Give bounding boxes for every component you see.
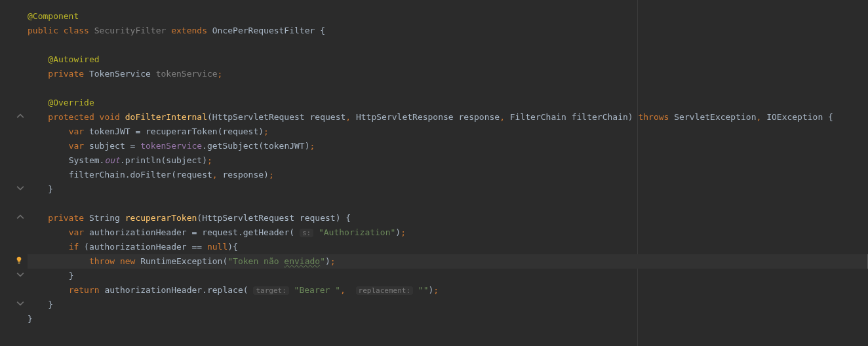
- param-hint: target:: [253, 286, 288, 295]
- annotation: @Component: [28, 11, 79, 21]
- intention-bulb-icon[interactable]: [14, 256, 24, 265]
- code-line: var tokenJWT = recuperarToken(request);: [28, 125, 868, 139]
- typo-warning: enviado: [284, 256, 320, 266]
- code-line: }: [28, 182, 868, 197]
- code-line: @Override: [28, 96, 868, 110]
- gutter: [0, 0, 28, 346]
- code-line: var subject = tokenService.getSubject(to…: [28, 139, 868, 153]
- fold-open-icon[interactable]: [16, 212, 25, 221]
- code-line: @Autowired: [28, 52, 868, 67]
- fold-close-icon[interactable]: [16, 299, 25, 308]
- code-line: }: [28, 298, 868, 312]
- code-line: private TokenService tokenService;: [28, 67, 868, 81]
- param-hint: s:: [300, 229, 313, 237]
- code-line: public class SecurityFilter extends Once…: [28, 24, 868, 38]
- code-line: var authorizationHeader = request.getHea…: [28, 225, 868, 240]
- fold-close-icon[interactable]: [16, 183, 25, 193]
- code-area[interactable]: @Component public class SecurityFilter e…: [28, 0, 868, 346]
- code-line: @Component: [28, 9, 868, 24]
- code-line: [28, 197, 868, 211]
- code-line: }: [28, 269, 868, 283]
- fold-open-icon[interactable]: [16, 111, 25, 121]
- code-line: [28, 81, 868, 96]
- code-line: }: [28, 312, 868, 326]
- code-line: protected void doFilterInternal(HttpServ…: [28, 110, 868, 125]
- active-line: throw new RuntimeException("Token não en…: [28, 254, 868, 269]
- fold-close-icon[interactable]: [16, 270, 25, 279]
- code-editor[interactable]: @Component public class SecurityFilter e…: [0, 0, 868, 346]
- param-hint: replacement:: [356, 286, 413, 295]
- code-line: [28, 38, 868, 52]
- code-line: filterChain.doFilter(request, response);: [28, 168, 868, 182]
- code-line: return authorizationHeader.replace( targ…: [28, 283, 868, 298]
- svg-rect-0: [18, 262, 20, 263]
- code-line: private String recuperarToken(HttpServle…: [28, 211, 868, 225]
- code-line: System.out.println(subject);: [28, 153, 868, 168]
- code-line: if (authorizationHeader == null){: [28, 240, 868, 254]
